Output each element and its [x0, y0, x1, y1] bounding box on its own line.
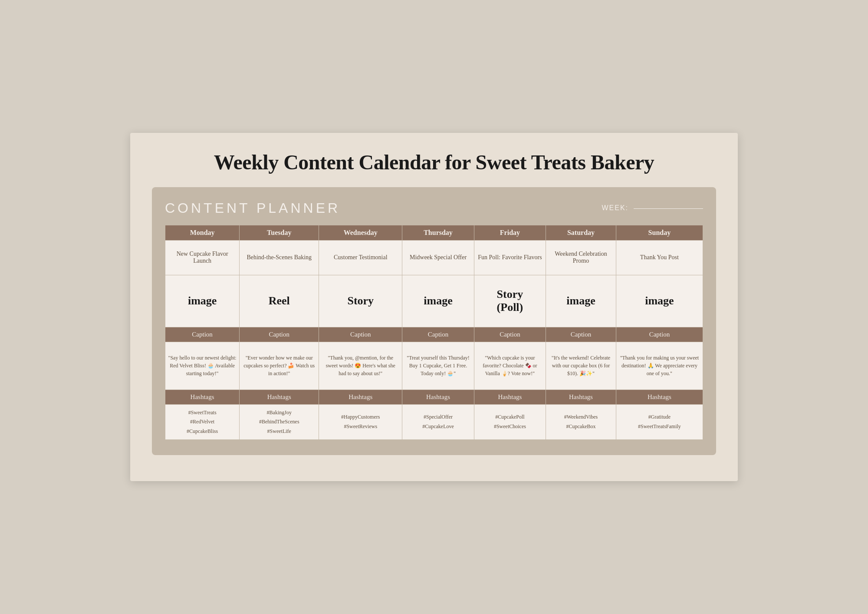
caption-text-thursday: "Treat yourself this Thursday! Buy 1 Cup…: [402, 342, 474, 390]
caption-text-row: "Say hello to our newest delight: Red Ve…: [165, 342, 703, 390]
post-title-row: New Cupcake Flavor Launch Behind-the-Sce…: [165, 240, 703, 275]
caption-header-saturday: Caption: [546, 327, 616, 342]
post-title-wednesday: Customer Testimonial: [319, 240, 402, 275]
week-line: [634, 208, 703, 209]
hashtags-header-wednesday: Hashtags: [319, 390, 402, 404]
content-type-row: image Reel Story image Story(Poll) image…: [165, 275, 703, 327]
content-type-wednesday: Story: [319, 275, 402, 327]
content-type-saturday: image: [546, 275, 616, 327]
caption-header-tuesday: Caption: [240, 327, 319, 342]
page-wrapper: Weekly Content Calendar for Sweet Treats…: [130, 133, 738, 482]
hashtags-header-friday: Hashtags: [474, 390, 546, 404]
caption-header-friday: Caption: [474, 327, 546, 342]
day-tuesday: Tuesday: [240, 225, 319, 240]
planner-container: CONTENT PLANNER WEEK: Monday Tuesday Wed…: [152, 187, 716, 456]
calendar-table: Monday Tuesday Wednesday Thursday Friday…: [165, 225, 703, 440]
content-type-sunday: image: [616, 275, 703, 327]
caption-text-sunday: "Thank you for making us your sweet dest…: [616, 342, 703, 390]
planner-header: CONTENT PLANNER WEEK:: [165, 200, 703, 216]
hashtags-header-thursday: Hashtags: [402, 390, 474, 404]
hashtags-text-thursday: #SpecialOffer#CupcakeLove: [402, 404, 474, 440]
caption-header-monday: Caption: [165, 327, 240, 342]
hashtags-text-tuesday: #BakingJoy#BehindTheScenes#SweetLife: [240, 404, 319, 440]
hashtags-header-tuesday: Hashtags: [240, 390, 319, 404]
day-thursday: Thursday: [402, 225, 474, 240]
content-type-thursday: image: [402, 275, 474, 327]
day-monday: Monday: [165, 225, 240, 240]
hashtags-header-row: Hashtags Hashtags Hashtags Hashtags Hash…: [165, 390, 703, 404]
caption-text-monday: "Say hello to our newest delight: Red Ve…: [165, 342, 240, 390]
hashtags-text-row: #SweetTreats#RedVelvet#CupcakeBliss #Bak…: [165, 404, 703, 440]
day-sunday: Sunday: [616, 225, 703, 240]
hashtags-header-saturday: Hashtags: [546, 390, 616, 404]
planner-title: CONTENT PLANNER: [165, 200, 340, 216]
post-title-saturday: Weekend Celebration Promo: [546, 240, 616, 275]
caption-header-row: Caption Caption Caption Caption Caption …: [165, 327, 703, 342]
content-type-tuesday: Reel: [240, 275, 319, 327]
day-friday: Friday: [474, 225, 546, 240]
caption-text-friday: "Which cupcake is your favorite? Chocola…: [474, 342, 546, 390]
day-header-row: Monday Tuesday Wednesday Thursday Friday…: [165, 225, 703, 240]
hashtags-text-monday: #SweetTreats#RedVelvet#CupcakeBliss: [165, 404, 240, 440]
hashtags-text-sunday: #Gratitude#SweetTreatsFamily: [616, 404, 703, 440]
day-wednesday: Wednesday: [319, 225, 402, 240]
hashtags-text-friday: #CupcakePoll#SweetChoices: [474, 404, 546, 440]
hashtags-header-monday: Hashtags: [165, 390, 240, 404]
week-field: WEEK:: [602, 204, 703, 212]
week-label-text: WEEK:: [602, 204, 628, 211]
content-type-friday: Story(Poll): [474, 275, 546, 327]
caption-text-saturday: "It's the weekend! Celebrate with our cu…: [546, 342, 616, 390]
content-type-monday: image: [165, 275, 240, 327]
post-title-thursday: Midweek Special Offer: [402, 240, 474, 275]
caption-header-wednesday: Caption: [319, 327, 402, 342]
hashtags-text-wednesday: #HappyCustomers#SweetReviews: [319, 404, 402, 440]
day-saturday: Saturday: [546, 225, 616, 240]
post-title-sunday: Thank You Post: [616, 240, 703, 275]
page-title: Weekly Content Calendar for Sweet Treats…: [152, 150, 716, 174]
hashtags-text-saturday: #WeekendVibes#CupcakeBox: [546, 404, 616, 440]
post-title-monday: New Cupcake Flavor Launch: [165, 240, 240, 275]
post-title-tuesday: Behind-the-Scenes Baking: [240, 240, 319, 275]
post-title-friday: Fun Poll: Favorite Flavors: [474, 240, 546, 275]
hashtags-header-sunday: Hashtags: [616, 390, 703, 404]
caption-header-thursday: Caption: [402, 327, 474, 342]
caption-text-wednesday: "Thank you, @mention, for the sweet word…: [319, 342, 402, 390]
caption-header-sunday: Caption: [616, 327, 703, 342]
caption-text-tuesday: "Ever wonder how we make our cupcakes so…: [240, 342, 319, 390]
